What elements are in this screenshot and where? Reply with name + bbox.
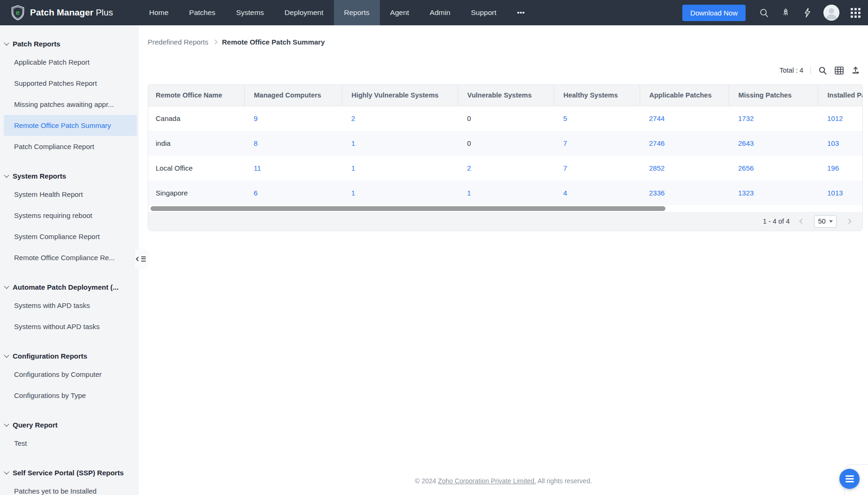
nav-item-reports[interactable]: Reports [334, 0, 380, 25]
zoho-corporation-link[interactable]: Zoho Corporation Private Limited. [438, 477, 536, 485]
table-row: india810727462643103 [148, 131, 862, 156]
cell-office-name: india [148, 131, 244, 156]
sidebar-item[interactable]: System Compliance Report [4, 226, 137, 247]
column-header[interactable]: Vulnerable Systems [458, 85, 554, 106]
column-header[interactable]: Missing Patches [729, 85, 818, 106]
column-header[interactable]: Remote Office Name [148, 85, 244, 106]
page-size-dropdown[interactable]: 50 [814, 215, 837, 228]
sidebar-collapse-handle[interactable] [135, 249, 148, 269]
sidebar-item[interactable]: Systems without APD tasks [4, 316, 137, 337]
sidebar-section-header[interactable]: Self Service Portal (SSP) Reports [0, 465, 139, 480]
cell-value-link[interactable]: 6 [254, 189, 257, 197]
column-header[interactable]: Managed Computers [244, 85, 342, 106]
scrollbar-thumb[interactable] [151, 206, 665, 211]
column-header[interactable]: Highly Vulnerable Systems [342, 85, 458, 106]
sidebar-item[interactable]: Remote Office Patch Summary [4, 115, 137, 136]
pagination-bar: 1 - 4 of 4 50 [148, 212, 862, 231]
nav-item-systems[interactable]: Systems [226, 0, 274, 25]
sidebar-section-header[interactable]: Configuration Reports [0, 348, 139, 364]
avatar[interactable] [823, 5, 839, 21]
nav-item-home[interactable]: Home [139, 0, 179, 25]
breadcrumb-parent-link[interactable]: Predefined Reports [148, 38, 208, 46]
search-icon[interactable] [759, 8, 769, 18]
cell-value-link[interactable]: 2 [351, 114, 355, 122]
sidebar-section-header[interactable]: Query Report [0, 417, 139, 433]
cell-value-link[interactable]: 1012 [827, 114, 843, 122]
table-header-row: Remote Office NameManaged ComputersHighl… [148, 85, 862, 106]
cell-value-link[interactable]: 7 [563, 139, 567, 147]
table-row: Singapore6114233613231013 [148, 180, 862, 205]
sidebar-item[interactable]: System Health Report [4, 184, 137, 205]
sidebar-item[interactable]: Remote Office Compliance Re... [4, 247, 137, 268]
feedback-menu-fab[interactable] [839, 469, 860, 489]
main-content: Predefined Reports Remote Office Patch S… [139, 25, 868, 231]
chevron-down-icon [4, 469, 9, 474]
sidebar-section-title: Query Report [13, 421, 58, 429]
cell-value-link[interactable]: 2656 [738, 164, 754, 172]
cell-value-link[interactable]: 1732 [738, 114, 754, 122]
next-page-button[interactable] [843, 215, 855, 227]
table-search-icon[interactable] [818, 66, 827, 75]
flash-icon[interactable] [802, 8, 812, 18]
sidebar-item[interactable]: Missing patches awaiting appr... [4, 94, 137, 115]
cell-value-link[interactable]: 2744 [649, 114, 664, 122]
apps-grid-icon[interactable] [851, 8, 860, 18]
table-cell: 1 [342, 131, 458, 156]
sidebar-item[interactable]: Applicable Patch Report [4, 52, 137, 73]
rocket-icon[interactable] [780, 8, 791, 18]
cell-value-link[interactable]: 1 [467, 189, 471, 197]
nav-item-admin[interactable]: Admin [419, 0, 460, 25]
cell-value-link[interactable]: 9 [254, 114, 257, 122]
sidebar-section-title: Automate Patch Deployment (... [13, 283, 119, 291]
nav-item-agent[interactable]: Agent [380, 0, 420, 25]
cell-value-link[interactable]: 11 [254, 164, 261, 172]
cell-value-link[interactable]: 1323 [738, 189, 754, 197]
column-header[interactable]: Installed Patches [818, 85, 862, 106]
column-header[interactable]: Applicable Patches [640, 85, 729, 106]
cell-value-link[interactable]: 2643 [738, 139, 754, 147]
cell-value-link[interactable]: 4 [563, 189, 567, 197]
sidebar-section-header[interactable]: Patch Reports [0, 36, 139, 52]
sidebar-item[interactable]: Supported Patches Report [4, 73, 137, 94]
cell-value-link[interactable]: 7 [563, 164, 567, 172]
table-cell: 103 [818, 131, 862, 156]
cell-value-link[interactable]: 1 [351, 139, 355, 147]
sidebar-item[interactable]: Test [4, 433, 137, 454]
cell-value-link[interactable]: 1 [351, 164, 355, 172]
sidebar-item[interactable]: Configurations by Computer [4, 364, 137, 385]
sidebar-section-header[interactable]: Automate Patch Deployment (... [0, 279, 139, 295]
sidebar-item[interactable]: Systems requiring reboot [4, 205, 137, 226]
cell-value-link[interactable]: 2852 [649, 164, 664, 172]
cell-value-link[interactable]: 2336 [649, 189, 664, 197]
nav-item-deployment[interactable]: Deployment [274, 0, 334, 25]
cell-value-link[interactable]: 2746 [649, 139, 664, 147]
cell-value-link[interactable]: 8 [254, 139, 257, 147]
prev-page-button[interactable] [796, 215, 808, 227]
nav-item-[interactable]: ••• [507, 0, 535, 25]
column-header[interactable]: Healthy Systems [554, 85, 640, 106]
nav-item-patches[interactable]: Patches [179, 0, 226, 25]
table-cell: 0 [458, 106, 554, 131]
chevron-down-icon [4, 352, 9, 358]
nav-item-support[interactable]: Support [460, 0, 506, 25]
sidebar-section: Automate Patch Deployment (...Systems wi… [0, 279, 139, 337]
cell-value-link[interactable]: 5 [563, 114, 567, 122]
table-cell: 9 [244, 106, 342, 131]
chevron-down-icon [4, 40, 9, 45]
sidebar-section-title: System Reports [13, 172, 66, 180]
toolbar-divider [810, 67, 811, 74]
sidebar-item[interactable]: Patches yet to be Installed [4, 480, 137, 495]
footer: © 2024 Zoho Corporation Private Limited.… [139, 477, 868, 485]
cell-value-link[interactable]: 1013 [827, 189, 843, 197]
sidebar-item[interactable]: Systems with APD tasks [4, 295, 137, 316]
sidebar-item[interactable]: Patch Compliance Report [4, 136, 137, 157]
download-now-button[interactable]: Download Now [682, 5, 746, 21]
cell-value-link[interactable]: 103 [827, 139, 839, 147]
cell-value-link[interactable]: 2 [467, 164, 471, 172]
cell-value-link[interactable]: 1 [351, 189, 355, 197]
cell-value-link[interactable]: 196 [827, 164, 839, 172]
export-icon[interactable] [851, 66, 860, 75]
sidebar-section-header[interactable]: System Reports [0, 168, 139, 184]
sidebar-item[interactable]: Configurations by Type [4, 385, 137, 406]
table-view-icon[interactable] [834, 66, 844, 75]
